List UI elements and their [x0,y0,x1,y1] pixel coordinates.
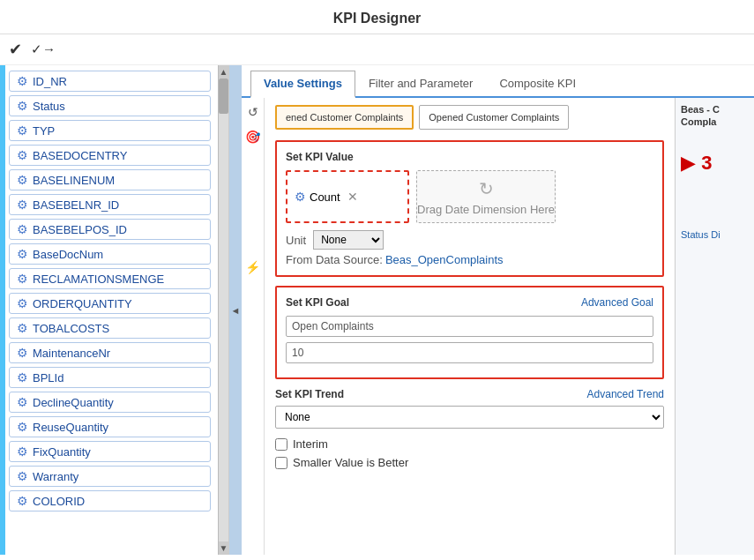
scroll-track[interactable]: ▲ ▼ [218,65,228,555]
field-item[interactable]: ⚙DeclineQuantity [9,392,211,413]
field-item[interactable]: ⚙FixQuantity [9,441,211,462]
field-item[interactable]: ⚙TOBALCOSTS [9,317,211,339]
field-label: BASEBELPOS_ID [33,223,127,236]
trend-select[interactable]: None [275,406,664,429]
field-label: Status [33,100,65,113]
field-item[interactable]: ⚙ORDERQUANTITY [9,293,211,314]
content-area: ↺ 🎯 ⚡ ened Customer Complaints Opened Cu… [242,98,754,555]
kpi-value-section: Set KPI Value ⚙ Count ✕ ↻ Drag Date Dime… [275,140,664,277]
checkbox-label: Interim [293,437,328,451]
kpi-goal-label: Set KPI Goal [286,296,349,309]
collapse-button[interactable]: ◄ [229,65,242,555]
checkbox-smaller-value-is-better[interactable] [275,457,287,469]
scroll-thumb[interactable] [219,78,228,114]
field-label: RECLAMATIONSMENGE [33,273,164,286]
field-icon: ⚙ [15,74,29,88]
field-label: FixQuantity [33,445,91,459]
field-item[interactable]: ⚙RECLAMATIONSMENGE [9,268,211,289]
advanced-trend-link[interactable]: Advanced Trend [587,388,664,400]
kpi-goal-text-input[interactable] [286,316,653,337]
side-icon-3[interactable]: ⚡ [245,260,260,274]
scroll-down[interactable]: ▼ [219,541,228,555]
field-label: MaintenanceNr [33,347,110,360]
toolbar: ✔ ✓→ [0,34,754,65]
kpi-value-box: ⚙ Count ✕ [286,170,409,223]
drag-label: Drag Date Dimension Here [417,203,555,216]
side-icon-1[interactable]: ↺ [248,105,258,119]
red-number: 3 [701,152,712,174]
field-item[interactable]: ⚙BASEBELPOS_ID [9,219,211,240]
field-item[interactable]: ⚙COLORID [9,490,211,511]
checkbox-row: Interim [275,437,664,451]
field-label: Warranty [33,470,78,483]
red-triangle-icon[interactable]: ▶ 3 [681,152,749,175]
kpi-button-2[interactable]: Opened Customer Complaints [419,105,569,130]
checkbox-interim[interactable] [275,438,287,451]
main-layout: ⚙ID_NR⚙Status⚙TYP⚙BASEDOCENTRY⚙BASELINEN… [0,65,754,555]
field-icon: ⚙ [15,469,29,483]
field-item[interactable]: ⚙TYP [9,120,211,141]
unit-label: Unit [286,234,306,247]
arrow-button[interactable]: ✓→ [31,41,56,57]
field-item[interactable]: ⚙BaseDocNum [9,243,211,265]
kpi-trend-header: Set KPI Trend Advanced Trend [275,388,664,400]
datasource-label: From Data Source: [286,253,383,266]
field-icon: ⚙ [15,444,29,459]
field-icon: ⚙ [15,247,29,261]
kpi-goal-header: Set KPI Goal Advanced Goal [286,296,653,309]
field-item[interactable]: ⚙Status [9,95,211,116]
kpi-trend-section: Set KPI Trend Advanced Trend None [275,388,664,429]
field-icon: ⚙ [15,198,29,212]
remove-count-button[interactable]: ✕ [347,190,358,204]
page-title: KPI Designer [0,0,754,34]
field-icon: ⚙ [15,148,29,162]
drag-icon: ↻ [479,178,494,199]
field-item[interactable]: ⚙BASEDOCENTRY [9,145,211,166]
field-label: BPLId [33,371,63,385]
field-icon: ⚙ [15,123,29,138]
tab-filter-and-parameter[interactable]: Filter and Parameter [355,71,487,96]
checkboxes: InterimSmaller Value is Better [275,437,664,469]
count-icon: ⚙ [295,190,306,204]
field-item[interactable]: ⚙ID_NR [9,71,211,92]
field-icon: ⚙ [15,222,29,236]
field-icon: ⚙ [15,296,29,310]
field-item[interactable]: ⚙MaintenanceNr [9,342,211,363]
scroll-up[interactable]: ▲ [219,65,228,78]
field-label: BaseDocNum [33,248,103,261]
field-item[interactable]: ⚙BPLId [9,367,211,388]
tab-content: ened Customer Complaints Opened Customer… [265,98,675,555]
field-icon: ⚙ [15,272,29,286]
field-icon: ⚙ [15,370,29,385]
count-item: ⚙ Count ✕ [295,190,358,204]
unit-select[interactable]: None [313,230,384,250]
field-item[interactable]: ⚙BASELINENUM [9,169,211,190]
field-list: ⚙ID_NR⚙Status⚙TYP⚙BASEDOCENTRY⚙BASELINEN… [5,65,218,555]
field-label: TOBALCOSTS [33,322,109,335]
tab-composite-kpi[interactable]: Composite KPI [486,71,589,96]
field-item[interactable]: ⚙Warranty [9,466,211,487]
field-label: COLORID [33,495,85,508]
field-label: BASEDOCENTRY [33,149,127,162]
count-label: Count [310,190,340,204]
tab-value-settings[interactable]: Value Settings [250,71,355,98]
kpi-button-1[interactable]: ened Customer Complaints [275,105,414,130]
far-right-panel: Beas - C Compla ▶ 3 Status Di [675,98,754,555]
field-label: DeclineQuantity [33,396,114,409]
kpi-goal-section: Set KPI Goal Advanced Goal [275,286,664,379]
field-label: ORDERQUANTITY [33,297,132,310]
checkbox-label: Smaller Value is Better [293,456,408,469]
field-label: BASELINENUM [33,174,115,187]
field-item[interactable]: ⚙BASEBELNR_ID [9,194,211,215]
field-icon: ⚙ [15,173,29,187]
check-button[interactable]: ✔ [9,40,22,59]
status-di-link[interactable]: Status Di [681,229,720,240]
field-icon: ⚙ [15,494,29,508]
datasource-row: From Data Source: Beas_OpenComplaints [286,253,653,266]
advanced-goal-link[interactable]: Advanced Goal [581,296,653,309]
drag-date-box: ↻ Drag Date Dimension Here [416,170,556,223]
field-item[interactable]: ⚙ReuseQuantity [9,416,211,437]
side-icon-2[interactable]: 🎯 [245,130,260,144]
kpi-button-group: ened Customer Complaints Opened Customer… [275,105,664,130]
kpi-goal-value-input[interactable] [286,342,653,363]
